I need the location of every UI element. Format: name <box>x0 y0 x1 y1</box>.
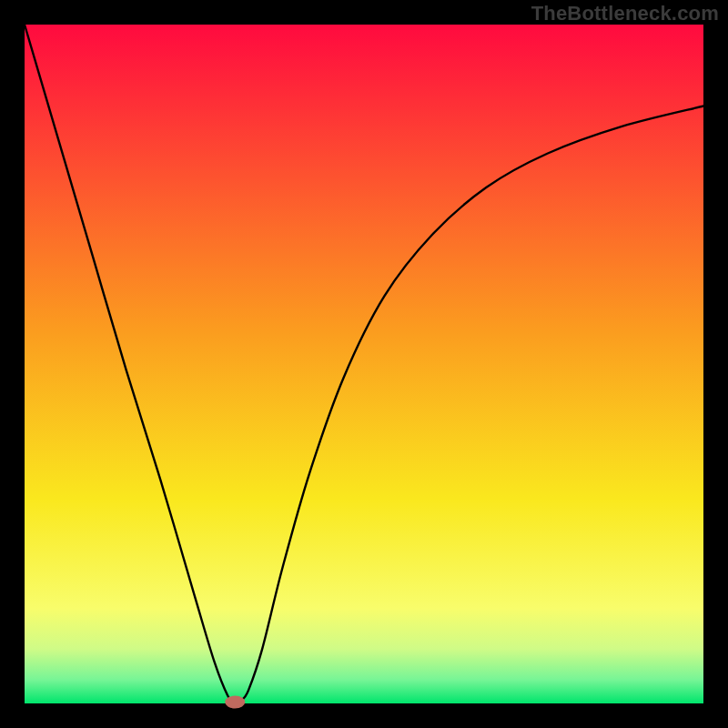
optimum-marker <box>225 696 245 709</box>
watermark-text: TheBottleneck.com <box>531 2 719 25</box>
plot-background <box>25 25 703 703</box>
chart-frame: TheBottleneck.com <box>0 0 728 728</box>
bottleneck-chart <box>0 0 728 728</box>
